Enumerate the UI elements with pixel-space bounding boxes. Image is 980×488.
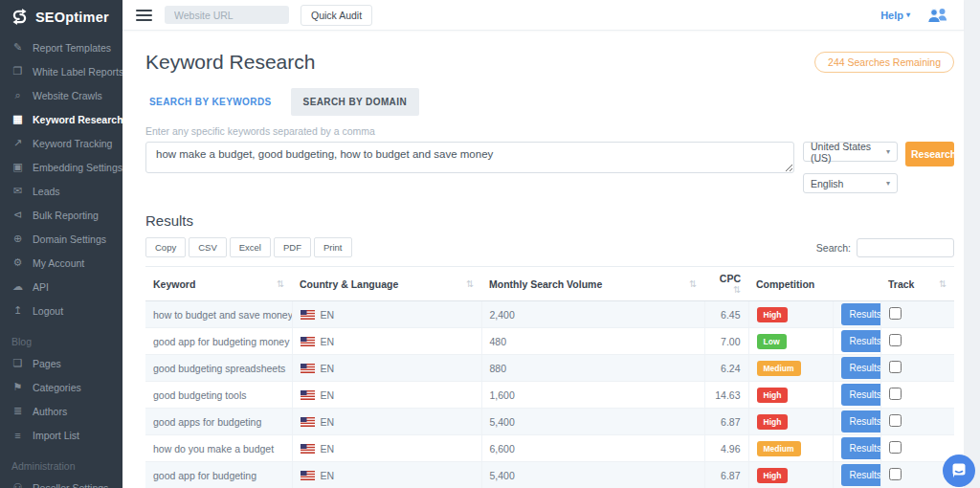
column-header-track[interactable]: Track⇅ <box>880 267 954 301</box>
page-title: Keyword Research <box>145 51 315 74</box>
cpc-cell: 14.63 <box>704 382 748 409</box>
sidebar-item-api[interactable]: ☁ API <box>0 275 122 299</box>
results-button[interactable]: Results <box>841 437 881 459</box>
report-templates-icon: ✎ <box>11 41 24 54</box>
sidebar-item-categories[interactable]: ⚑ Categories <box>0 375 122 399</box>
us-flag-icon <box>301 364 315 373</box>
sidebar-item-white-label-reports[interactable]: ❐ White Label Reports <box>0 59 122 83</box>
competition-badge: Medium <box>757 441 801 456</box>
sort-icon[interactable]: ⇅ <box>733 284 741 295</box>
sidebar-item-reseller-settings[interactable]: ⚇ Reseller Settings <box>0 476 122 488</box>
print-export-button[interactable]: Print <box>314 237 352 257</box>
sidebar-item-embedding-settings[interactable]: ▣ Embedding Settings <box>0 155 122 179</box>
table-row: good app for budgeting money EN 480 7.00… <box>145 328 954 355</box>
country-select[interactable]: United States (US) ▾ <box>803 142 898 162</box>
research-button[interactable]: Research <box>905 142 954 166</box>
chat-bubble-icon <box>943 455 975 487</box>
track-cell <box>880 301 954 328</box>
menu-toggle-icon[interactable] <box>136 7 153 24</box>
help-menu[interactable]: Help ▾ <box>880 10 910 21</box>
results-button[interactable]: Results <box>841 384 881 406</box>
table-search-input[interactable] <box>857 238 954 257</box>
bulk-reporting-icon: ⊲ <box>11 209 24 221</box>
track-checkbox[interactable] <box>889 361 902 373</box>
pdf-export-button[interactable]: PDF <box>274 237 311 257</box>
keyword-cell: good app for budgeting money <box>145 328 292 355</box>
sidebar-item-report-templates[interactable]: ✎ Report Templates <box>0 35 122 59</box>
brand-logo[interactable]: SEOptimer <box>0 0 122 32</box>
sort-icon[interactable]: ⇅ <box>466 278 474 289</box>
results-button[interactable]: Results <box>841 464 881 486</box>
sidebar-item-logout[interactable]: ↥ Logout <box>0 299 122 322</box>
column-header-keyword[interactable]: Keyword⇅ <box>145 267 292 301</box>
domain-settings-icon: ⊕ <box>11 233 24 245</box>
copy-export-button[interactable]: Copy <box>145 237 186 257</box>
export-buttons: Copy CSV Excel PDF Print <box>145 237 352 257</box>
volume-cell: 5,400 <box>481 462 704 488</box>
brand-name: SEOptimer <box>35 10 109 25</box>
sidebar-item-keyword-tracking[interactable]: ↗ Keyword Tracking <box>0 131 122 155</box>
column-header-cpc[interactable]: CPC⇅ <box>704 267 748 301</box>
sidebar-item-domain-settings[interactable]: ⊕ Domain Settings <box>0 227 122 251</box>
competition-badge: High <box>757 307 789 322</box>
results-button[interactable]: Results <box>841 410 881 433</box>
us-flag-icon <box>301 337 315 346</box>
track-checkbox[interactable] <box>889 414 902 427</box>
sidebar-item-bulk-reporting[interactable]: ⊲ Bulk Reporting <box>0 203 122 227</box>
sort-icon[interactable]: ⇅ <box>277 278 284 289</box>
volume-cell: 6,600 <box>481 435 704 462</box>
column-header-country-language[interactable]: Country & Language⇅ <box>292 267 481 301</box>
chevron-down-icon: ▾ <box>886 147 890 156</box>
competition-cell: High <box>748 462 833 488</box>
app-window: SEOptimer ✎ Report Templates ❐ White Lab… <box>0 0 980 488</box>
tab-search-by-keywords[interactable]: SEARCH BY KEYWORDS <box>145 88 276 116</box>
keyword-cell: good apps for budgeting <box>145 409 292 435</box>
competition-badge: High <box>757 388 789 403</box>
results-button[interactable]: Results <box>841 330 881 352</box>
country-language-cell: EN <box>292 435 481 462</box>
tab-search-by-domain[interactable]: SEARCH BY DOMAIN <box>291 88 419 116</box>
language-select[interactable]: English ▾ <box>803 173 898 193</box>
excel-export-button[interactable]: Excel <box>230 237 271 257</box>
keyword-cell: how do you make a budget <box>145 435 292 462</box>
quick-audit-button[interactable]: Quick Audit <box>301 5 372 26</box>
sort-icon[interactable]: ⇅ <box>689 278 697 289</box>
us-flag-icon <box>301 471 315 480</box>
sidebar-item-my-account[interactable]: ⚙ My Account <box>0 251 122 275</box>
csv-export-button[interactable]: CSV <box>189 237 227 257</box>
sidebar-section-blog: Blog <box>0 322 122 351</box>
competition-cell: High <box>748 301 833 328</box>
sidebar-item-website-crawls[interactable]: ⌕ Website Crawls <box>0 83 122 107</box>
competition-cell: Medium <box>748 435 833 462</box>
embedding-settings-icon: ▣ <box>11 161 24 173</box>
cpc-cell: 6.87 <box>704 462 748 488</box>
track-checkbox[interactable] <box>889 307 902 320</box>
track-checkbox[interactable] <box>889 468 902 480</box>
results-button[interactable]: Results <box>841 357 881 379</box>
keywords-textarea[interactable]: how make a budget, good budgeting, how t… <box>145 142 794 173</box>
sidebar-item-import-list[interactable]: ≡ Import List <box>0 423 122 447</box>
keyword-cell: good budgeting tools <box>145 382 292 409</box>
search-mode-tabs: SEARCH BY KEYWORDS SEARCH BY DOMAIN <box>145 88 954 116</box>
language-select-value: English <box>811 178 843 189</box>
table-search-label: Search: <box>816 242 851 254</box>
scrollbar-track[interactable] <box>964 0 980 488</box>
sidebar-item-authors[interactable]: ≣ Authors <box>0 399 122 423</box>
competition-badge: Low <box>757 334 787 349</box>
sidebar-item-leads[interactable]: ✉ Leads <box>0 179 122 203</box>
column-header-monthly-search-volume[interactable]: Monthly Search Volume⇅ <box>481 267 704 301</box>
sidebar-item-pages[interactable]: ❏ Pages <box>0 351 122 375</box>
users-icon[interactable] <box>925 7 950 24</box>
us-flag-icon <box>301 310 315 320</box>
chat-launcher-button[interactable] <box>943 455 975 487</box>
sort-icon[interactable]: ⇅ <box>939 278 947 289</box>
results-button[interactable]: Results <box>841 303 881 325</box>
track-checkbox[interactable] <box>889 441 902 454</box>
table-row: good budgeting spreadsheets EN 880 6.24 … <box>145 355 954 382</box>
api-icon: ☁ <box>11 280 24 293</box>
track-checkbox[interactable] <box>889 334 902 346</box>
sidebar-item-keyword-research[interactable]: ▦ Keyword Research <box>0 107 122 131</box>
track-checkbox[interactable] <box>889 388 902 400</box>
track-cell <box>880 382 954 409</box>
website-url-input[interactable] <box>165 6 289 24</box>
